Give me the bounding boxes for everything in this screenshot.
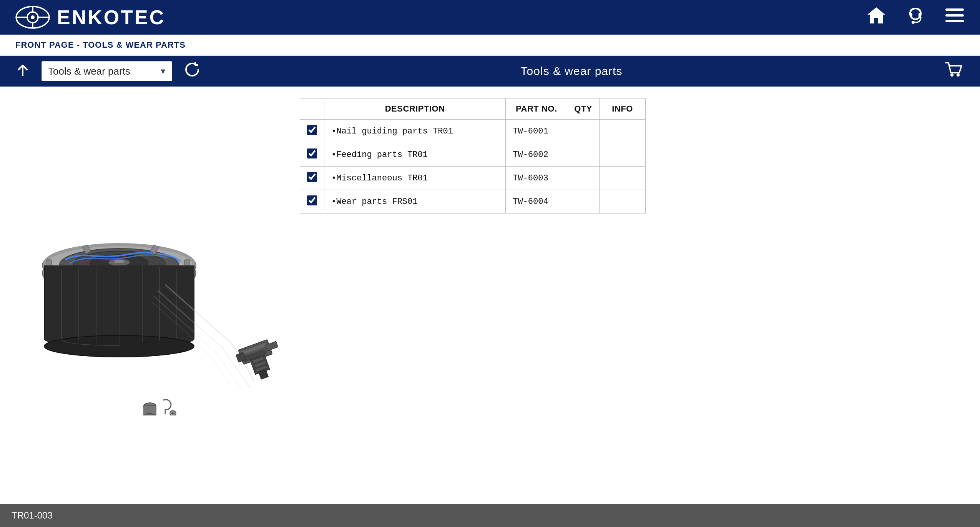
row-description: •Wear parts FRS01: [324, 190, 506, 213]
row-qty: [567, 190, 600, 213]
row-description: •Nail guiding parts TR01: [324, 120, 506, 143]
row-checkbox-cell: [300, 143, 324, 167]
svg-point-15: [957, 73, 960, 77]
row-checkbox-cell: [300, 120, 324, 143]
svg-point-10: [912, 21, 915, 24]
menu-icon: [945, 7, 965, 24]
row-checkbox[interactable]: [307, 195, 317, 205]
toolbar-title: Tools & wear parts: [212, 65, 931, 78]
support-icon: [905, 5, 925, 25]
svg-point-23: [113, 260, 125, 264]
svg-point-14: [950, 73, 953, 77]
svg-point-2: [31, 15, 35, 19]
row-info: [600, 120, 646, 143]
table-row: •Nail guiding parts TR01TW-6001: [300, 120, 646, 143]
header-icons: [866, 5, 965, 29]
row-checkbox[interactable]: [307, 148, 317, 158]
row-partno: TW-6003: [506, 167, 567, 190]
parts-table: DESCRIPTION PART NO. QTY INFO •Nail guid…: [300, 98, 646, 213]
svg-rect-12: [945, 14, 964, 17]
row-qty: [567, 120, 600, 143]
toolbar: Tools & wear parts ▼ Tools & wear parts: [0, 56, 980, 87]
cart-icon: [944, 60, 963, 79]
menu-button[interactable]: [945, 7, 965, 28]
statusbar-text: TR01-003: [12, 510, 53, 521]
row-partno: TW-6004: [506, 190, 567, 213]
logo-text: ENKOTEC: [57, 6, 165, 29]
svg-rect-11: [945, 8, 964, 11]
col-header-qty: QTY: [567, 98, 600, 120]
category-select[interactable]: Tools & wear parts: [42, 61, 172, 81]
col-header-partno: PART NO.: [506, 98, 567, 120]
row-partno: TW-6001: [506, 120, 567, 143]
support-button[interactable]: [905, 5, 925, 29]
table-row: •Wear parts FRS01TW-6004: [300, 190, 646, 213]
breadcrumb-text: FRONT PAGE - TOOLS & WEAR PARTS: [15, 40, 186, 50]
table-row: •Feeding parts TR01TW-6002: [300, 143, 646, 167]
main-content: DESCRIPTION PART NO. QTY INFO •Nail guid…: [0, 87, 980, 506]
breadcrumb: FRONT PAGE - TOOLS & WEAR PARTS: [0, 35, 980, 56]
cart-button[interactable]: [938, 57, 968, 85]
category-select-wrapper: Tools & wear parts ▼: [42, 61, 172, 81]
row-info: [600, 190, 646, 213]
refresh-button[interactable]: [180, 59, 204, 84]
row-description: •Miscellaneous TR01: [324, 167, 506, 190]
col-header-checkbox: [300, 98, 324, 120]
row-info: [600, 167, 646, 190]
image-area: [12, 94, 288, 498]
table-area: DESCRIPTION PART NO. QTY INFO •Nail guid…: [288, 94, 968, 498]
row-checkbox-cell: [300, 190, 324, 213]
row-checkbox-cell: [300, 167, 324, 190]
row-qty: [567, 167, 600, 190]
row-info: [600, 143, 646, 167]
svg-rect-13: [945, 20, 964, 22]
home-icon: [866, 5, 886, 25]
refresh-icon: [184, 61, 201, 78]
home-button[interactable]: [866, 5, 886, 29]
enkotec-logo-icon: [15, 6, 50, 29]
back-icon: [15, 62, 30, 77]
col-header-info: INFO: [600, 98, 646, 120]
table-row: •Miscellaneous TR01TW-6003: [300, 167, 646, 190]
row-partno: TW-6002: [506, 143, 567, 167]
row-checkbox[interactable]: [307, 172, 317, 182]
back-button[interactable]: [12, 60, 34, 83]
row-checkbox[interactable]: [307, 125, 317, 135]
row-qty: [567, 143, 600, 167]
col-header-description: DESCRIPTION: [324, 98, 506, 120]
header: ENKOTEC: [0, 0, 980, 35]
machine-illustration: [15, 177, 284, 415]
logo-area: ENKOTEC: [15, 6, 165, 29]
statusbar: TR01-003: [0, 504, 980, 527]
row-description: •Feeding parts TR01: [324, 143, 506, 167]
